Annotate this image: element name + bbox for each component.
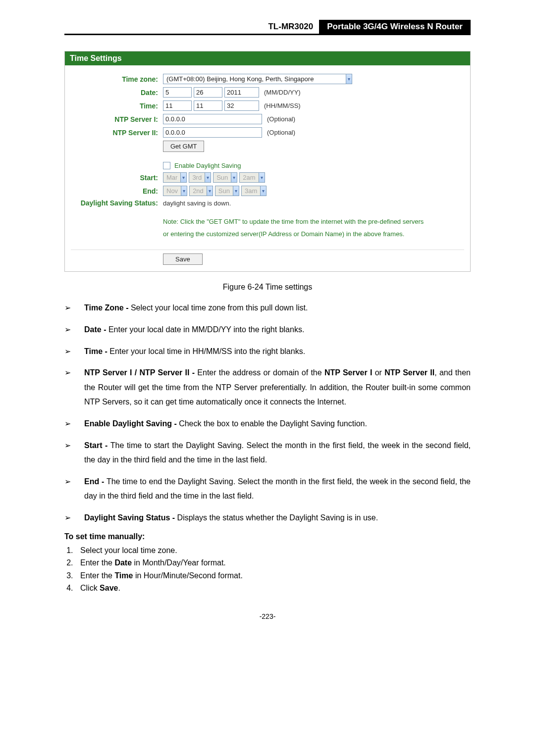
end-label: End: [71, 187, 163, 195]
time-label: Time: [71, 102, 163, 110]
enable-daylight-label: Enable Daylight Saving [172, 162, 241, 169]
list-item: ➢End - The time to end the Daylight Savi… [64, 474, 471, 504]
panel-title: Time Settings [65, 51, 470, 65]
list-item: ➢NTP Server I / NTP Server II - Enter th… [64, 365, 471, 409]
date-format-hint: (MM/DD/YY) [261, 89, 301, 96]
steps-list: Select your local time zone. Enter the D… [64, 544, 471, 595]
end-month-select[interactable]: Nov▾ [163, 186, 187, 196]
end-time-select[interactable]: 3am▾ [241, 186, 267, 196]
figure-caption: Figure 6-24 Time settings [64, 283, 471, 292]
start-day-select[interactable]: Sun▾ [213, 172, 237, 183]
chevron-down-icon: ▾ [180, 173, 186, 182]
document-header: TL-MR3020 Portable 3G/4G Wireless N Rout… [64, 20, 471, 35]
ntp2-optional: (Optional) [264, 129, 295, 136]
enable-daylight-checkbox[interactable] [163, 162, 170, 169]
dss-label: Daylight Saving Status: [71, 199, 163, 207]
timezone-select[interactable]: (GMT+08:00) Beijing, Hong Kong, Perth, S… [163, 74, 352, 84]
save-button[interactable]: Save [163, 253, 203, 265]
model-label: TL-MR3020 [262, 20, 319, 34]
chevron-down-icon: ▾ [259, 173, 265, 182]
list-item: ➢Time - Enter your local time in HH/MM/S… [64, 344, 471, 359]
timezone-value: (GMT+08:00) Beijing, Hong Kong, Perth, S… [163, 74, 346, 84]
list-item: ➢Time Zone - Select your local time zone… [64, 301, 471, 315]
end-week-select[interactable]: 2nd▾ [189, 186, 213, 196]
chevron-down-icon: ▾ [346, 74, 352, 84]
list-item: ➢Daylight Saving Status - Displays the s… [64, 510, 471, 525]
date-year-input[interactable] [224, 87, 259, 98]
list-item: Enter the Date in Month/Day/Year format. [75, 556, 471, 569]
get-gmt-button[interactable]: Get GMT [163, 141, 204, 152]
date-day-input[interactable] [194, 87, 222, 98]
list-item: Click Save. [75, 582, 471, 595]
list-item: ➢Enable Daylight Saving - Check the box … [64, 416, 471, 431]
ntp1-optional: (Optional) [264, 115, 295, 123]
start-month-select[interactable]: Mar▾ [163, 172, 187, 183]
chevron-down-icon: ▾ [233, 186, 239, 196]
manual-title: To set time manually: [64, 532, 471, 541]
feature-list: ➢Time Zone - Select your local time zone… [64, 301, 471, 525]
page-number: -223- [64, 612, 471, 620]
chevron-down-icon: ▾ [260, 186, 266, 196]
dss-value: daylight saving is down. [163, 200, 231, 207]
end-day-select[interactable]: Sun▾ [215, 186, 239, 196]
start-week-select[interactable]: 3rd▾ [189, 172, 211, 183]
ntp2-label: NTP Server II: [71, 129, 163, 137]
start-time-select[interactable]: 2am▾ [239, 172, 265, 183]
chevron-down-icon: ▾ [181, 186, 187, 196]
list-item: Select your local time zone. [75, 544, 471, 557]
time-format-hint: (HH/MM/SS) [261, 102, 301, 109]
time-settings-panel: Time Settings Time zone: (GMT+08:00) Bei… [64, 51, 471, 272]
date-label: Date: [71, 89, 163, 97]
time-min-input[interactable] [194, 101, 222, 111]
device-description: Portable 3G/4G Wireless N Router [319, 20, 471, 34]
start-label: Start: [71, 174, 163, 182]
chevron-down-icon: ▾ [207, 186, 213, 196]
ntp1-input[interactable] [163, 114, 262, 124]
time-hour-input[interactable] [163, 101, 192, 111]
note-line-1: Note: Click the "GET GMT" to update the … [163, 216, 464, 228]
date-month-input[interactable] [163, 87, 192, 98]
list-item: Enter the Time in Hour/Minute/Second for… [75, 569, 471, 582]
chevron-down-icon: ▾ [231, 173, 237, 182]
list-item: ➢Start - The time to start the Daylight … [64, 438, 471, 467]
ntp1-label: NTP Server I: [71, 115, 163, 123]
list-item: ➢Date - Enter your local date in MM/DD/Y… [64, 322, 471, 337]
chevron-down-icon: ▾ [205, 173, 211, 182]
timezone-label: Time zone: [71, 75, 163, 83]
ntp2-input[interactable] [163, 127, 262, 138]
note-line-2: or entering the customized server(IP Add… [163, 228, 464, 241]
time-sec-input[interactable] [224, 101, 259, 111]
